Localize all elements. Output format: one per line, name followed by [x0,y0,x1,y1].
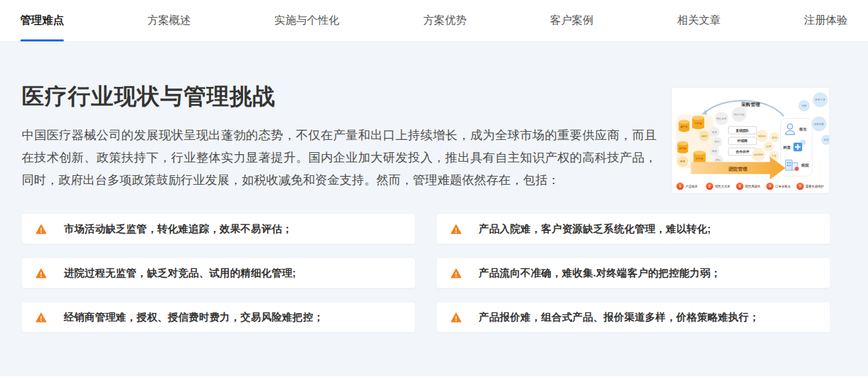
tab-customer-cases[interactable]: 客户案例 [550,0,594,41]
doctor-label: 医生 [799,127,807,131]
tab-management-difficulties[interactable]: 管理难点 [20,0,64,41]
svg-text:培训: 培训 [823,138,829,141]
pain-point-text: 产品报价难，组合式产品、报价渠道多样，价格策略难执行； [479,311,759,324]
section-tab-bar: 管理难点 方案概述 实施与个性化 方案优势 客户案例 相关文章 注册体验 [0,0,868,42]
tab-register-trial[interactable]: 注册体验 [804,0,848,41]
pain-point-card-4: 产品流向不准确，难收集.对终端客户的把控能力弱； [437,258,830,288]
pain-point-list: 市场活动缺乏监管，转化难追踪，效果不易评估； 产品入院难，客户资源缺乏系统化管理… [22,214,830,332]
svg-text:B产品: B产品 [679,147,687,150]
procurement-label: 采购管理 [740,101,761,107]
industry-flow-diagram-svg: 采购管理 A产品 C产品 B产品 D产品 [672,88,829,193]
warning-icon [450,223,462,235]
svg-text:直销团队: 直销团队 [735,128,749,133]
page-title: 医疗行业现状与管理挑战 [22,83,276,110]
warning-icon [35,268,47,279]
tab-solution-overview[interactable]: 方案概述 [147,0,191,41]
pain-point-card-2: 产品入院难，客户资源缺乏系统化管理，难以转化; [437,214,830,244]
channel-boxes: 直销团队 经销商 合作伙伴 [728,126,756,155]
svg-text:评分: 评分 [715,140,720,143]
svg-text:产品线多: 产品线多 [685,185,698,189]
svg-text:进院管理: 进院管理 [727,166,748,172]
pain-point-card-5: 经销商管理难，授权、授信费时费力，交易风险难把控； [22,302,415,332]
warning-icon [450,312,462,323]
warning-icon [35,223,47,235]
svg-text:项目商机: 项目商机 [753,153,763,156]
svg-text:下单: 下单 [772,154,777,158]
svg-text:销售周期长: 销售周期长 [745,184,761,189]
svg-text:巡检: 巡检 [801,104,807,107]
pain-point-card-1: 市场活动缺乏监管，转化难追踪，效果不易评估； [22,214,415,244]
pain-point-text: 进院过程无监管，缺乏对竞品、试用的精细化管理; [64,267,296,280]
tab-implementation-personalization[interactable]: 实施与个性化 [274,0,340,41]
svg-text:D产品: D产品 [696,157,704,160]
svg-text:设备档案: 设备档案 [814,122,824,126]
next-section-edge [0,376,868,379]
product-cluster: A产品 C产品 B产品 D产品 耗材 服务 [676,114,713,168]
svg-text:经销商: 经销商 [737,139,748,143]
tab-solution-advantages[interactable]: 方案优势 [423,0,467,41]
industry-flow-diagram: 采购管理 A产品 C产品 B产品 D产品 [671,87,830,194]
warning-icon [35,312,47,323]
sales-activity-bubbles: 销售目标 销售行动 资质 评分 授权 授信 [709,107,746,165]
svg-text:资质: 资质 [712,130,717,134]
svg-text:样品: 样品 [772,136,778,139]
pain-point-text: 经销商管理难，授权、授信费时费力，交易风险难把控； [64,311,324,324]
pain-point-text: 产品流向不准确，难收集.对终端客户的把控能力弱； [479,267,721,280]
department-label: 科室 [782,145,791,149]
pain-point-card-6: 产品报价难，组合式产品、报价渠道多样，价格策略难执行； [437,302,830,332]
svg-text:C产品: C产品 [695,122,702,125]
pain-point-card-3: 进院过程无监管，缺乏对竞品、试用的精细化管理; [22,258,415,288]
svg-text:服务: 服务 [680,160,685,163]
svg-text:销售目标: 销售目标 [716,117,727,120]
svg-text:服务工单: 服务工单 [815,98,825,101]
svg-text:招投标: 招投标 [758,134,766,138]
svg-text:需要长期维护: 需要长期维护 [806,184,824,189]
svg-text:销售方式多: 销售方式多 [715,184,731,189]
svg-text:销售行动: 销售行动 [734,113,744,116]
svg-text:耗材: 耗材 [701,134,707,138]
solution-page: 管理难点 方案概述 实施与个性化 方案优势 客户案例 相关文章 注册体验 医疗行… [0,0,868,379]
diagram-legend: 1 产品线多 2 销售方式多 3 销售周期长 4 订单金额大 5 需要长期维护 [676,183,824,190]
svg-text:订单金额大: 订单金额大 [775,185,791,188]
svg-text:合作伙伴: 合作伙伴 [735,149,750,154]
svg-text:A产品: A产品 [681,125,688,128]
hospital-panel: 医生 科室 医院 [780,118,812,176]
pain-point-text: 产品入院难，客户资源缺乏系统化管理，难以转化; [479,223,711,236]
pain-point-text: 市场活动缺乏监管，转化难追踪，效果不易评估； [64,223,293,236]
warning-icon [450,268,462,279]
hospital-label: 医院 [801,163,809,168]
svg-text:授权: 授权 [712,149,717,153]
svg-text:授信: 授信 [716,158,721,162]
svg-text:试用: 试用 [766,145,772,148]
intro-paragraph: 中国医疗器械公司的发展现状呈现出蓬勃的态势，不仅在产量和出口上持续增长，成为全球… [22,124,657,192]
tab-related-articles[interactable]: 相关文章 [677,0,721,41]
sales-process-bubbles: 招投标 样品 试用 项目商机 下单 [752,130,780,161]
